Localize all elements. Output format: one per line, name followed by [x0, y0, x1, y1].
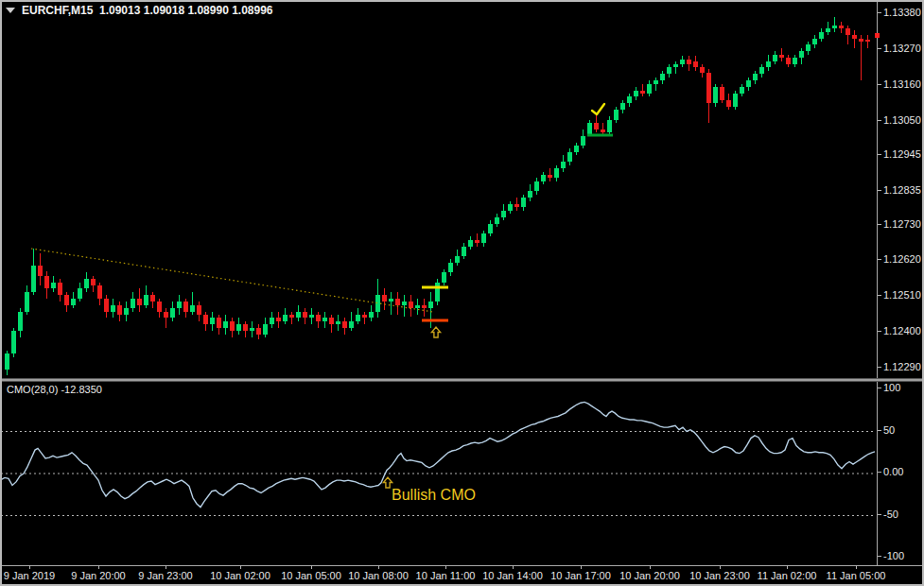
symbol-dropdown-icon[interactable]: [6, 8, 15, 13]
cmo-indicator-label: CMO(28,0) -12.8350: [7, 384, 102, 395]
descending-trendline[interactable]: [31, 249, 433, 312]
chart-title: EURCHF,M15 1.09013 1.09018 1.08990 1.089…: [22, 4, 273, 17]
confirmation-checkmark-icon[interactable]: [592, 104, 604, 114]
chart-window: EURCHF,M15 1.09013 1.09018 1.08990 1.089…: [0, 0, 924, 586]
bullish-cmo-text[interactable]: Bullish CMO: [392, 487, 476, 504]
title-bar: EURCHF,M15 1.09013 1.09018 1.08990 1.089…: [6, 4, 273, 17]
current-price-marker: [875, 33, 880, 38]
buy-arrow-icon[interactable]: [431, 327, 440, 337]
pane-splitter[interactable]: [0, 378, 924, 382]
